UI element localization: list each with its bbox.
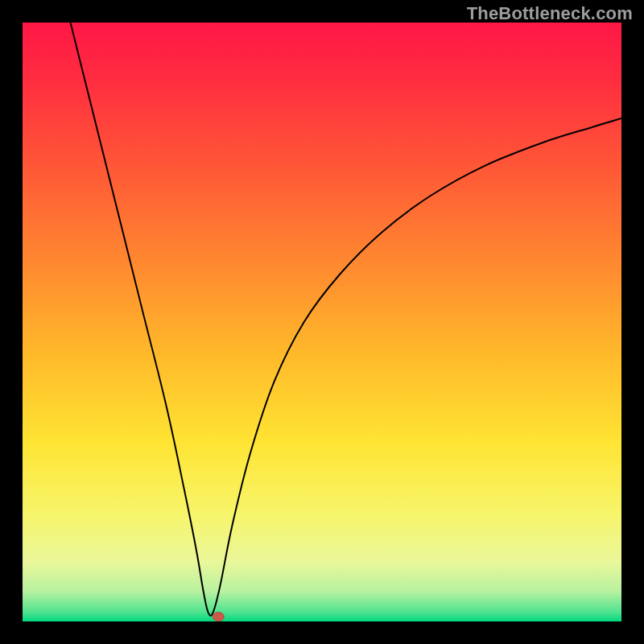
chart-frame: TheBottleneck.com bbox=[0, 0, 644, 644]
plot-svg bbox=[23, 23, 621, 621]
watermark-text: TheBottleneck.com bbox=[467, 3, 633, 24]
plot-area bbox=[23, 23, 621, 621]
optimum-marker bbox=[213, 613, 224, 621]
gradient-background bbox=[23, 23, 621, 621]
